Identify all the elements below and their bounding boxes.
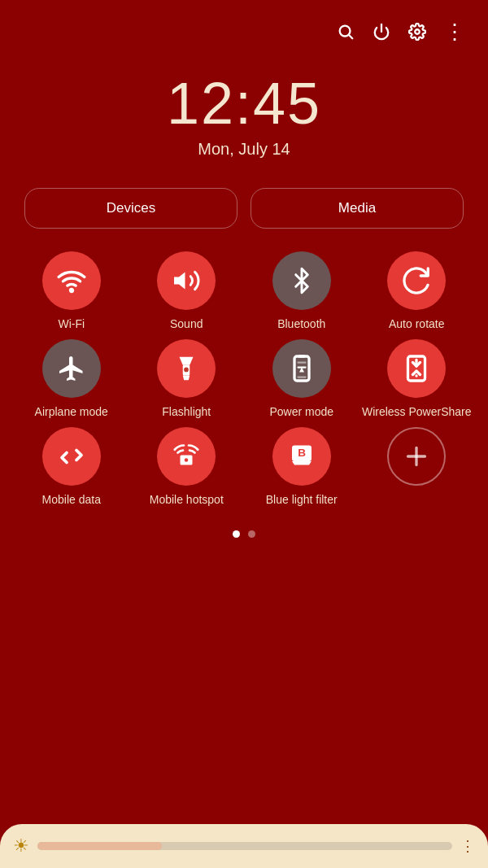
- more-icon[interactable]: ⋮: [444, 23, 465, 46]
- pagination-dot-1[interactable]: [233, 530, 240, 538]
- tile-label-airplane: Airplane mode: [35, 404, 108, 419]
- devices-media-row: Devices Media: [24, 188, 464, 229]
- tile-circle-sound: [157, 251, 216, 310]
- pagination-dot-2[interactable]: [248, 530, 255, 538]
- tile-flashlight[interactable]: Flashlight: [132, 339, 242, 419]
- clock-time: 12:45: [0, 70, 488, 137]
- tile-add[interactable]: [362, 427, 473, 507]
- tile-label-mobiledata: Mobile data: [42, 492, 101, 507]
- tile-circle-autorotate: [387, 251, 446, 310]
- tile-circle-airplane: [42, 339, 101, 398]
- tile-circle-hotspot: [157, 427, 216, 486]
- tile-autorotate[interactable]: Auto rotate: [362, 251, 473, 331]
- svg-point-3: [415, 29, 420, 34]
- brightness-fill: [37, 842, 162, 850]
- svg-point-4: [70, 290, 72, 292]
- tile-circle-wireless: [387, 339, 446, 398]
- power-icon[interactable]: [373, 23, 390, 46]
- tile-bluelight[interactable]: B Blue light filter: [246, 427, 357, 507]
- tile-label-powermode: Power mode: [269, 404, 333, 419]
- tile-label-wireless: Wireless PowerShare: [362, 404, 472, 419]
- tile-bluetooth[interactable]: Bluetooth: [246, 251, 357, 331]
- tile-label-sound: Sound: [170, 316, 203, 331]
- brightness-bar[interactable]: ☀ ⋮: [0, 824, 488, 868]
- tile-circle-flashlight: [157, 339, 216, 398]
- tile-label-autorotate: Auto rotate: [389, 316, 445, 331]
- media-button[interactable]: Media: [251, 188, 464, 229]
- tile-airplane[interactable]: Airplane mode: [16, 339, 127, 419]
- tile-wireless[interactable]: Wireless PowerShare: [362, 339, 473, 419]
- tile-mobiledata[interactable]: Mobile data: [16, 427, 127, 507]
- brightness-track[interactable]: [37, 842, 452, 850]
- clock-date: Mon, July 14: [0, 140, 488, 159]
- tile-circle-wifi: [42, 251, 101, 310]
- tile-powermode[interactable]: Power mode: [246, 339, 357, 419]
- clock-section: 12:45 Mon, July 14: [0, 70, 488, 159]
- tile-circle-bluetooth: [272, 251, 331, 310]
- tile-circle-add: [387, 427, 446, 486]
- svg-point-6: [184, 368, 189, 373]
- tile-label-bluetooth: Bluetooth: [277, 316, 325, 331]
- tile-label-bluelight: Blue light filter: [266, 492, 338, 507]
- quick-tiles-grid: Wi-Fi Sound Bluetooth Auto rotate: [16, 251, 472, 508]
- tile-hotspot[interactable]: Mobile hotspot: [132, 427, 242, 507]
- pagination: [0, 530, 488, 538]
- devices-button[interactable]: Devices: [24, 188, 237, 229]
- search-icon[interactable]: [337, 23, 355, 46]
- svg-point-11: [185, 459, 189, 463]
- tile-circle-powermode: [272, 339, 331, 398]
- tile-label-flashlight: Flashlight: [162, 404, 211, 419]
- svg-text:B: B: [298, 447, 306, 459]
- top-icon-bar: ⋮: [0, 0, 488, 46]
- tile-label-hotspot: Mobile hotspot: [150, 492, 224, 507]
- tile-circle-mobiledata: [42, 427, 101, 486]
- settings-icon[interactable]: [408, 23, 426, 46]
- tile-wifi[interactable]: Wi-Fi: [16, 251, 127, 331]
- tile-label-wifi: Wi-Fi: [58, 316, 85, 331]
- brightness-sun-icon: ☀: [13, 835, 29, 857]
- svg-line-1: [349, 35, 352, 38]
- brightness-more-icon[interactable]: ⋮: [460, 837, 475, 855]
- tile-circle-bluelight: B: [272, 427, 331, 486]
- tile-sound[interactable]: Sound: [132, 251, 242, 331]
